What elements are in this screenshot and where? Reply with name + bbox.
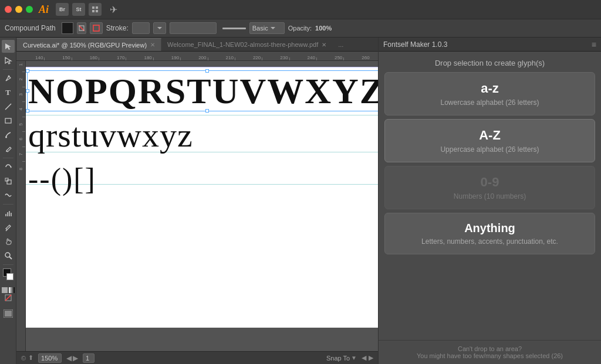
tool-separator-4 <box>3 264 13 265</box>
graph-tool[interactable] <box>2 207 15 220</box>
panel-menu-icon[interactable]: ≡ <box>592 40 596 49</box>
svg-rect-3 <box>96 10 98 12</box>
panel-subtitle: Drop selection to create glyph(s) <box>379 52 601 72</box>
svg-rect-26 <box>2 287 8 293</box>
svg-rect-1 <box>96 6 98 9</box>
scale-tool[interactable] <box>2 175 15 188</box>
lowercase-card-title: a-z <box>392 81 588 96</box>
panel-footer: Can't drop to an area? You might have to… <box>379 340 601 364</box>
lowercase-letters: qrstuvwxyz <box>28 116 193 154</box>
stock-icon[interactable]: St <box>72 3 85 16</box>
canvas-content[interactable]: NOPQRSTUVWXYZ qrstuvwxyz --()[] <box>26 61 378 351</box>
snap-dropdown-arrow[interactable]: ▼ <box>351 355 357 361</box>
numbers-card[interactable]: 0-9 Numbers (10 numbers) <box>384 166 595 209</box>
tab-curvetica-close[interactable]: ✕ <box>150 42 155 48</box>
svg-marker-8 <box>271 27 275 29</box>
tab-welcome-close[interactable]: ✕ <box>322 42 326 48</box>
zoom-value: 150% <box>41 355 58 362</box>
minimize-button[interactable] <box>15 6 22 13</box>
fill-swatch[interactable] <box>62 22 73 34</box>
mode-dropdown[interactable]: Basic <box>249 22 285 34</box>
svg-line-12 <box>5 104 11 110</box>
hand-tool[interactable] <box>2 235 15 248</box>
next-artboard-button[interactable]: ▶ <box>73 354 78 362</box>
zoom-tool[interactable] <box>2 249 15 262</box>
svg-point-24 <box>5 253 10 257</box>
nav-arrows: ◀ ▶ <box>66 354 78 362</box>
uppercase-letters: NOPQRSTUVWXYZ <box>28 73 378 109</box>
compound-path-label: Compound Path <box>5 24 56 32</box>
opacity-value: 100% <box>315 25 332 32</box>
line-tool[interactable] <box>2 100 15 113</box>
stroke-dropdown[interactable] <box>132 22 150 34</box>
v-ruler-marks: 1 2 3 4 5 6 7 8 <box>16 61 25 171</box>
fill-options-button[interactable] <box>77 22 86 34</box>
svg-rect-31 <box>5 311 12 317</box>
svg-line-29 <box>5 295 11 301</box>
uppercase-selection-group: NOPQRSTUVWXYZ <box>28 73 378 109</box>
status-copyright-icon[interactable]: © <box>21 355 26 362</box>
guide-line-baseline-1 <box>26 115 378 115</box>
anything-card[interactable]: Anything Letters, numbers, accents, punc… <box>384 213 595 254</box>
eyedropper-tool[interactable] <box>2 221 15 234</box>
screen-mode-button[interactable] <box>4 309 13 320</box>
tab-curvetica[interactable]: Curvetica.ai* @ 150% (RGB/GPU Preview) ✕ <box>16 38 161 51</box>
snap-area: Snap To ▼ <box>326 355 357 362</box>
numbers-card-title: 0-9 <box>392 175 588 190</box>
stroke-options-button[interactable] <box>153 22 166 34</box>
stroke-icon-button[interactable] <box>90 22 103 34</box>
select-tool[interactable] <box>2 40 15 53</box>
color-mode-buttons <box>2 285 15 291</box>
svg-point-11 <box>8 76 9 77</box>
uppercase-card-desc: Uppercase alphabet (26 letters) <box>392 145 588 154</box>
tab-more-label: ... <box>338 41 343 48</box>
vertical-ruler: 1 2 3 4 5 6 7 8 <box>16 61 26 351</box>
rectangle-tool[interactable] <box>2 114 15 127</box>
numbers-card-desc: Numbers (10 numbers) <box>392 192 588 200</box>
canvas-bottom-area <box>26 328 378 351</box>
close-button[interactable] <box>5 6 12 13</box>
warp-tool[interactable] <box>2 189 15 202</box>
background-swatch[interactable] <box>6 273 13 280</box>
status-right-arrows: ◀ ▶ <box>362 354 373 362</box>
svg-rect-19 <box>5 214 6 216</box>
pen-tool[interactable] <box>2 72 15 85</box>
canvas-nav-prev[interactable]: ◀ <box>362 354 366 362</box>
artboard-number[interactable]: 1 <box>83 353 94 363</box>
canvas-nav-next[interactable]: ▶ <box>369 354 373 362</box>
maximize-button[interactable] <box>26 6 33 13</box>
direct-select-tool[interactable] <box>2 54 15 67</box>
zoom-display[interactable]: 150% <box>38 353 62 363</box>
svg-marker-10 <box>5 57 11 64</box>
uppercase-card[interactable]: A-Z Uppercase alphabet (26 letters) <box>384 119 595 162</box>
none-icon[interactable] <box>5 293 12 304</box>
gradient-icon[interactable] <box>9 285 15 291</box>
footer-line2: You might have too few/many shapes selec… <box>384 352 595 359</box>
prev-artboard-button[interactable]: ◀ <box>66 354 72 362</box>
status-upload-icon[interactable]: ⬆ <box>28 354 33 362</box>
tools-panel: T <box>0 38 16 364</box>
solid-color-icon[interactable] <box>2 285 8 291</box>
type-tool[interactable]: T <box>2 86 15 99</box>
grid-icon[interactable] <box>89 3 102 16</box>
canvas-with-ruler: 1 2 3 4 5 6 7 8 <box>16 61 378 351</box>
tab-welcome[interactable]: Welcome_FINAL_1-NEW02-almost-there-pheww… <box>161 38 332 51</box>
status-left-icons: © ⬆ <box>21 354 33 362</box>
tab-welcome-label: Welcome_FINAL_1-NEW02-almost-there-pheww… <box>167 41 318 48</box>
rotate-tool[interactable] <box>2 161 15 174</box>
special-chars: --()[] <box>28 162 96 196</box>
forward-arrow-icon[interactable]: ✈ <box>110 4 117 15</box>
pencil-tool[interactable] <box>2 142 15 155</box>
svg-point-14 <box>5 137 7 138</box>
lowercase-card[interactable]: a-z Lowercase alphabet (26 letters) <box>384 72 595 115</box>
uppercase-card-title: A-Z <box>392 128 588 143</box>
snap-to-label: Snap To <box>326 355 350 362</box>
app-logo: Ai <box>39 4 49 16</box>
toolbar: Compound Path Stroke: Basic Opacity: 100… <box>0 19 601 38</box>
bridge-icon[interactable]: Br <box>56 3 69 16</box>
tab-more[interactable]: ... <box>332 38 349 51</box>
paintbrush-tool[interactable] <box>2 128 15 141</box>
svg-rect-0 <box>92 6 94 9</box>
stroke-style-dropdown[interactable] <box>170 22 217 34</box>
lowercase-card-desc: Lowercase alphabet (26 letters) <box>392 98 588 107</box>
